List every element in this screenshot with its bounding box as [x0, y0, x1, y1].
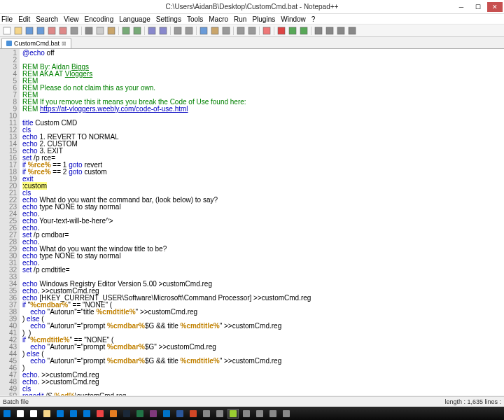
- code-line[interactable]: echo "Autorun"="prompt %cmdbar%$G" >>cus…: [22, 344, 504, 351]
- open-icon[interactable]: [13, 26, 23, 36]
- replace-icon[interactable]: [158, 26, 168, 36]
- menu-macro[interactable]: Macro: [209, 15, 228, 23]
- svg-rect-4: [48, 27, 55, 34]
- menu-view[interactable]: View: [64, 15, 79, 23]
- close-button[interactable]: ✕: [487, 2, 503, 12]
- code-line[interactable]: REM AKA AT Vloggers: [22, 71, 504, 78]
- code-line[interactable]: echo 3. EXIT: [22, 148, 504, 155]
- code-line[interactable]: echo 2. CUSTOM: [22, 141, 504, 148]
- code-line[interactable]: regedit /S %cd%\customCmd.reg: [22, 393, 504, 396]
- taskbar-steam-icon[interactable]: [121, 409, 132, 419]
- wrap-icon[interactable]: [199, 26, 209, 36]
- taskbar-powerpoint-icon[interactable]: [188, 409, 199, 419]
- taskbar-onenote-icon[interactable]: [148, 409, 159, 419]
- cut-icon[interactable]: [84, 26, 94, 36]
- tab-close-icon[interactable]: ⊠: [62, 41, 66, 47]
- macro4-icon[interactable]: [347, 26, 357, 36]
- file-icon: [6, 41, 12, 46]
- save-icon[interactable]: [24, 26, 34, 36]
- menu-window[interactable]: Window: [281, 15, 306, 23]
- indent-icon[interactable]: [221, 26, 231, 36]
- minimize-button[interactable]: ─: [454, 2, 469, 12]
- menu-language[interactable]: Language: [119, 15, 150, 23]
- taskbar-app6-icon[interactable]: [281, 409, 292, 419]
- taskbar-explorer-icon[interactable]: [41, 409, 52, 419]
- show-all-icon[interactable]: [210, 26, 220, 36]
- code-line[interactable]: if %rce% == 2 goto custom: [22, 169, 504, 176]
- menu-plugins[interactable]: Plugins: [252, 15, 275, 23]
- code-line[interactable]: echo "Autorun"="title %cmdtitle%" >>cust…: [22, 309, 504, 316]
- rec-icon[interactable]: [276, 26, 286, 36]
- code-line[interactable]: REM https://at-vloggers.weebly.com/code-…: [22, 106, 504, 113]
- code-line[interactable]: REM Please do not claim this as your own…: [22, 85, 504, 92]
- menu-run[interactable]: Run: [234, 15, 246, 23]
- taskbar-app1-icon[interactable]: [201, 409, 212, 419]
- code-line[interactable]: :custom: [22, 183, 504, 190]
- macro1-icon[interactable]: [314, 26, 323, 36]
- close-icon[interactable]: [47, 26, 57, 36]
- menu-encoding[interactable]: Encoding: [85, 15, 114, 23]
- menu-edit[interactable]: Edit: [18, 15, 30, 23]
- taskbar-chrome-icon[interactable]: [94, 409, 106, 419]
- undo-icon[interactable]: [121, 26, 131, 36]
- menu-file[interactable]: File: [1, 15, 13, 23]
- macro2-icon[interactable]: [325, 26, 335, 36]
- print-icon[interactable]: [69, 26, 79, 36]
- new-icon[interactable]: [2, 26, 12, 36]
- code-line[interactable]: echo. >>customCmd.reg: [22, 379, 504, 386]
- code-line[interactable]: REM By: Aidan Biggs: [22, 64, 504, 71]
- taskbar-start-icon[interactable]: [1, 409, 13, 419]
- taskbar-npp-icon[interactable]: [227, 409, 239, 419]
- code-line[interactable]: set /p cmdtitle=: [22, 267, 504, 274]
- taskbar-store-icon[interactable]: [55, 409, 66, 419]
- maximize-button[interactable]: ☐: [470, 2, 486, 12]
- save-all-icon[interactable]: [36, 26, 46, 36]
- taskbar-app4-icon[interactable]: [254, 409, 265, 419]
- code-line[interactable]: echo "Autorun"="prompt %cmdbar%$G && tit…: [22, 323, 504, 330]
- svg-rect-0: [4, 27, 10, 34]
- fold-icon[interactable]: [236, 26, 246, 36]
- code-line[interactable]: echo.: [22, 225, 504, 232]
- play-icon[interactable]: [288, 26, 298, 36]
- unfold-icon[interactable]: [247, 26, 257, 36]
- code-line[interactable]: [22, 57, 504, 64]
- code-line[interactable]: echo type NONE to stay normal: [22, 204, 504, 211]
- taskbar-app3-icon[interactable]: [241, 409, 252, 419]
- taskbar-search-icon[interactable]: [15, 409, 26, 419]
- menu-search[interactable]: Search: [36, 15, 58, 23]
- zoom-out-icon[interactable]: [184, 26, 194, 36]
- close-all-icon[interactable]: [58, 26, 68, 36]
- taskbar-excel-icon[interactable]: [134, 409, 146, 419]
- menu-help[interactable]: ?: [312, 15, 316, 23]
- play-multi-icon[interactable]: [299, 26, 309, 36]
- code-line[interactable]: echo Your-text-will-be-here^>: [22, 218, 504, 225]
- code-line[interactable]: [22, 113, 504, 120]
- zoom-in-icon[interactable]: [173, 26, 183, 36]
- taskbar-task-view-icon[interactable]: [28, 409, 39, 419]
- macro3-icon[interactable]: [336, 26, 346, 36]
- code-line[interactable]: echo.: [22, 260, 504, 267]
- hide-icon[interactable]: [262, 26, 272, 36]
- redo-icon[interactable]: [132, 26, 142, 36]
- menu-settings[interactable]: Settings: [156, 15, 181, 23]
- document-tab[interactable]: CustomCmd.bat ⊠: [1, 38, 71, 48]
- taskbar-edge-icon[interactable]: [68, 409, 79, 419]
- copy-icon[interactable]: [95, 26, 105, 36]
- taskbar-app2-icon[interactable]: [214, 409, 225, 419]
- code-line[interactable]: @echo off: [22, 50, 504, 57]
- find-icon[interactable]: [147, 26, 157, 36]
- code-line[interactable]: echo type NONE to stay normal: [22, 253, 504, 260]
- code-line[interactable]: set /p cmdbar=: [22, 232, 504, 239]
- code-line[interactable]: echo "Autorun"="prompt %cmdbar%$G && tit…: [22, 358, 504, 365]
- code-line[interactable]: exit: [22, 176, 504, 183]
- taskbar-outlook-icon[interactable]: [161, 409, 172, 419]
- paste-icon[interactable]: [106, 26, 116, 36]
- taskbar-mail-icon[interactable]: [81, 409, 92, 419]
- code-area[interactable]: @echo offREM By: Aidan BiggsREM AKA AT V…: [20, 49, 504, 396]
- code-line[interactable]: title Custom CMD: [22, 120, 504, 127]
- taskbar-app5-icon[interactable]: [267, 409, 279, 419]
- menu-tools[interactable]: Tools: [187, 15, 203, 23]
- code-line[interactable]: echo 1. REVERT TO NORMAL: [22, 134, 504, 141]
- taskbar-word-icon[interactable]: [174, 409, 186, 419]
- taskbar-firefox-icon[interactable]: [108, 409, 119, 419]
